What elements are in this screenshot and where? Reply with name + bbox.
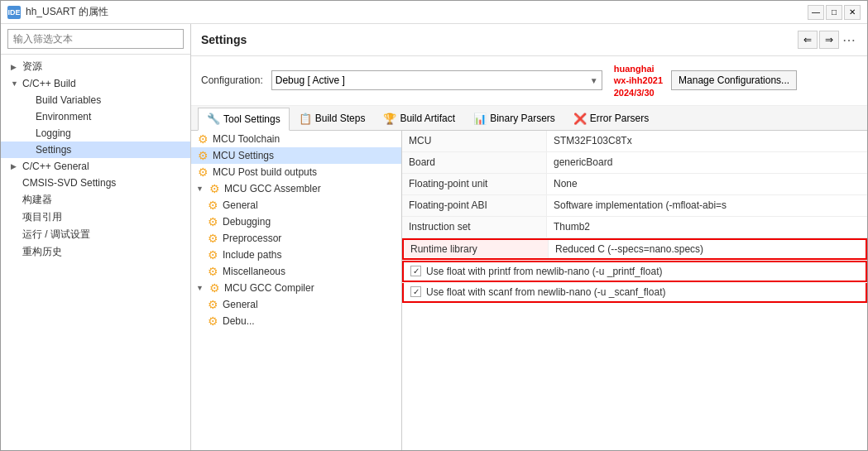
tree2-item-label: General xyxy=(223,299,258,310)
prop-row-mcu: MCU STM32F103C8Tx xyxy=(402,131,867,152)
sidebar-item-refactor-history[interactable]: 重构历史 xyxy=(1,243,190,261)
sidebar-item-builder[interactable]: 构建器 xyxy=(1,191,190,209)
prop-value: Software implementation (-mfloat-abi=s xyxy=(547,195,867,216)
sidebar-item-settings[interactable]: Settings xyxy=(1,142,190,158)
tree2-item-label: Debugging xyxy=(223,216,271,228)
tree2-item-label: Preprocessor xyxy=(223,233,281,244)
sidebar-item-environment[interactable]: Environment xyxy=(1,108,190,125)
sidebar-item-cpp-build[interactable]: ▼ C/C++ Build xyxy=(1,75,190,92)
tree2-item-include-paths[interactable]: ⚙ Include paths xyxy=(191,247,401,263)
tree2-item-general[interactable]: ⚙ General xyxy=(191,197,401,214)
main-window: IDE hh_USART 的属性 — □ ✕ ▶ 资源 ▼ C/C++ xyxy=(0,0,868,451)
sidebar-item-label: Logging xyxy=(36,127,71,139)
prop-label: Runtime library xyxy=(404,240,549,258)
arrow-icon: ▶ xyxy=(11,63,19,71)
gear-icon: ⚙ xyxy=(208,182,221,195)
sidebar-item-label: 重构历史 xyxy=(22,245,62,259)
error-icon: ❌ xyxy=(573,113,587,125)
checkbox-row-printf: ✓ Use float with printf from newlib-nano… xyxy=(402,261,867,282)
check-icon: ✓ xyxy=(413,287,420,296)
search-box xyxy=(1,24,190,55)
watermark-line1: huanghai xyxy=(614,63,663,74)
minimize-button[interactable]: — xyxy=(808,5,824,20)
tree2-item-debugging[interactable]: ⚙ Debugging xyxy=(191,214,401,230)
sidebar-item-build-variables[interactable]: Build Variables xyxy=(1,92,190,108)
checkbox-label: Use float with printf from newlib-nano (… xyxy=(426,266,662,277)
prop-value: Reduced C (--specs=nano.specs) xyxy=(549,240,866,258)
sidebar-item-label: CMSIS-SVD Settings xyxy=(22,177,116,189)
right-panel: Settings ⇐ ⇒ ⋯ Configuration: Debug [ Ac… xyxy=(191,24,867,450)
tree2-item-preprocessor[interactable]: ⚙ Preprocessor xyxy=(191,230,401,247)
tree2-item-label: MCU Toolchain xyxy=(213,133,280,145)
artifact-icon: 🏆 xyxy=(383,113,396,125)
gear-icon: ⚙ xyxy=(196,166,209,179)
tab-label: Build Artifact xyxy=(400,113,455,124)
sidebar-item-cpp-general[interactable]: ▶ C/C++ General xyxy=(1,158,190,175)
tree2-item-mcu-post-build[interactable]: ⚙ MCU Post build outputs xyxy=(191,164,401,180)
chevron-down-icon: ▼ xyxy=(590,76,598,85)
gear-icon: ⚙ xyxy=(206,298,219,311)
prop-label: MCU xyxy=(402,131,547,151)
tree2-item-miscellaneous[interactable]: ⚙ Miscellaneous xyxy=(191,263,401,280)
sidebar-item-label: C/C++ Build xyxy=(22,78,76,89)
header-nav: ⇐ ⇒ ⋯ xyxy=(798,31,857,49)
tree2-item-mcu-gcc-compiler[interactable]: ▼ ⚙ MCU GCC Compiler xyxy=(191,280,401,296)
sidebar-item-label: 构建器 xyxy=(22,193,52,207)
tree2-item-debug2[interactable]: ⚙ Debu... xyxy=(191,313,401,329)
close-button[interactable]: ✕ xyxy=(844,5,861,20)
tree2-item-label: Miscellaneous xyxy=(223,266,285,277)
sidebar-item-resources[interactable]: ▶ 资源 xyxy=(1,58,190,75)
gear-icon: ⚙ xyxy=(196,132,209,146)
config-value: Debug [ Active ] xyxy=(276,74,345,86)
props-panel: MCU STM32F103C8Tx Board genericBoard Flo… xyxy=(402,131,867,450)
tree2-item-mcu-toolchain[interactable]: ⚙ MCU Toolchain xyxy=(191,131,401,147)
arrow-icon: ▼ xyxy=(11,79,19,88)
prop-value: Thumb2 xyxy=(547,217,867,237)
tab-build-steps[interactable]: 📋 Build Steps xyxy=(290,108,375,130)
wrench-icon: 🔧 xyxy=(207,113,220,125)
tree2-item-mcu-settings[interactable]: ⚙ MCU Settings xyxy=(191,147,401,164)
forward-button[interactable]: ⇒ xyxy=(819,31,839,49)
prop-row-board: Board genericBoard xyxy=(402,152,867,174)
prop-value: None xyxy=(547,174,867,194)
tab-label: Tool Settings xyxy=(223,113,281,125)
manage-configurations-button[interactable]: Manage Configurations... xyxy=(671,70,797,90)
window-title: hh_USART 的属性 xyxy=(26,5,803,19)
maximize-button[interactable]: □ xyxy=(826,5,842,20)
tab-tool-settings[interactable]: 🔧 Tool Settings xyxy=(198,108,290,131)
tree2-item-general2[interactable]: ⚙ General xyxy=(191,296,401,313)
tab-error-parsers[interactable]: ❌ Error Parsers xyxy=(564,108,658,130)
nav-dots[interactable]: ⋯ xyxy=(841,32,857,48)
tab-build-artifact[interactable]: 🏆 Build Artifact xyxy=(374,108,464,130)
tree2-item-label: Include paths xyxy=(223,249,281,261)
tab-binary-parsers[interactable]: 📊 Binary Parsers xyxy=(464,108,564,130)
search-input[interactable] xyxy=(7,29,184,49)
tree2-item-label: General xyxy=(223,199,258,211)
sidebar-item-project-ref[interactable]: 项目引用 xyxy=(1,209,190,226)
sidebar-item-cmsis-svd[interactable]: CMSIS-SVD Settings xyxy=(1,175,190,191)
config-select[interactable]: Debug [ Active ] ▼ xyxy=(271,70,602,90)
back-button[interactable]: ⇐ xyxy=(798,31,818,49)
prop-label: Instruction set xyxy=(402,217,547,237)
tool-settings-tree: ⚙ MCU Toolchain ⚙ MCU Settings ⚙ MCU Pos… xyxy=(191,131,402,450)
tree2-item-label: MCU GCC Assembler xyxy=(224,183,321,194)
gear-icon: ⚙ xyxy=(206,215,219,228)
checkbox-label: Use float with scanf from newlib-nano (-… xyxy=(426,286,665,298)
settings-header: Settings ⇐ ⇒ ⋯ xyxy=(191,24,867,56)
settings-title: Settings xyxy=(201,33,247,46)
checkbox-scanf[interactable]: ✓ xyxy=(410,286,421,297)
ide-icon: IDE xyxy=(7,6,21,19)
checkbox-printf[interactable]: ✓ xyxy=(410,266,421,276)
tab-content: ⚙ MCU Toolchain ⚙ MCU Settings ⚙ MCU Pos… xyxy=(191,131,867,450)
watermark-line3: 2024/3/30 xyxy=(614,87,663,98)
tab-label: Error Parsers xyxy=(590,113,649,124)
sidebar-tree: ▶ 资源 ▼ C/C++ Build Build Variables Envir… xyxy=(1,55,190,450)
sidebar-item-label: C/C++ General xyxy=(22,161,89,172)
sidebar-item-label: Environment xyxy=(36,111,91,122)
window-controls: — □ ✕ xyxy=(808,5,861,20)
sidebar-item-run-debug[interactable]: 运行 / 调试设置 xyxy=(1,226,190,243)
prop-value: STM32F103C8Tx xyxy=(547,131,867,151)
sidebar-item-logging[interactable]: Logging xyxy=(1,125,190,142)
prop-label: Board xyxy=(402,152,547,173)
tree2-item-mcu-gcc-assembler[interactable]: ▼ ⚙ MCU GCC Assembler xyxy=(191,180,401,197)
